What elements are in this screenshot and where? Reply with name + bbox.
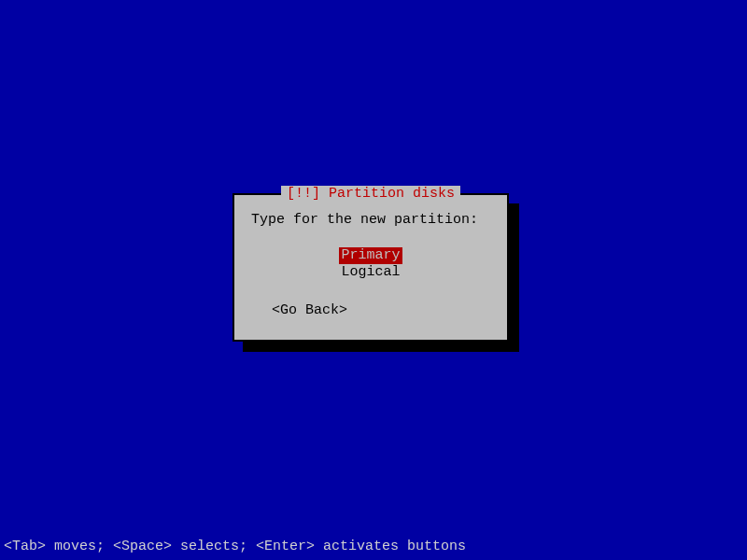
dialog-title: [!!] Partition disks [281, 186, 460, 202]
partition-type-dialog: [!!] Partition disks Type for the new pa… [233, 193, 509, 342]
dialog-title-wrap: [!!] Partition disks [234, 186, 507, 202]
option-logical[interactable]: Logical [341, 264, 400, 281]
status-bar: <Tab> moves; <Space> selects; <Enter> ac… [4, 539, 466, 554]
partition-type-options: Primary Logical [234, 247, 507, 281]
dialog-prompt: Type for the new partition: [251, 212, 478, 228]
option-primary[interactable]: Primary [339, 247, 402, 264]
go-back-button[interactable]: <Go Back> [272, 302, 347, 318]
